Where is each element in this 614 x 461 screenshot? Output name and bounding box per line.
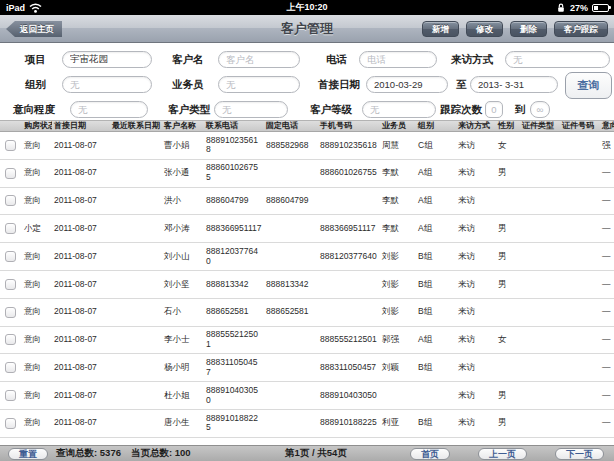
edit-button[interactable]: 修改 — [466, 21, 503, 37]
cell-group: B组 — [416, 418, 456, 428]
table-row[interactable]: 意向 2011-08-07 曹小娟 888910235618 888582968… — [0, 132, 614, 160]
delete-button[interactable]: 删除 — [510, 21, 547, 37]
table-row[interactable]: 小定 2011-08-07 邓小涛 888366951117 888366951… — [0, 215, 614, 243]
cell-phone: 888366951117 — [204, 224, 264, 234]
project-input[interactable] — [62, 51, 152, 68]
row-checkbox[interactable] — [5, 362, 16, 373]
table-row[interactable]: 意向 2011-08-07 杜小姐 888910403050 888910403… — [0, 382, 614, 410]
cell-first-date: 2011-08-07 — [52, 224, 110, 234]
track-count-label: 跟踪次数 — [440, 101, 482, 118]
row-checkbox[interactable] — [5, 195, 16, 206]
visit-type-input[interactable] — [505, 51, 610, 68]
cell-agent: 刘颖 — [380, 363, 416, 373]
cell-phone: 888910188225 — [204, 414, 264, 434]
cell-name: 杨小明 — [162, 363, 204, 373]
table-row[interactable]: 意向 2011-08-07 唐小生 888910188225 888910188… — [0, 410, 614, 438]
add-button[interactable]: 新增 — [422, 21, 459, 37]
cell-first-date: 2011-08-07 — [52, 418, 110, 428]
row-checkbox[interactable] — [5, 334, 16, 345]
cell-status: 意向 — [22, 391, 52, 401]
device-label: iPad — [6, 3, 25, 13]
cell-intent: — — [600, 363, 614, 373]
table-row[interactable]: 意向 2011-08-07 洪小 888604799 888604799 李默 … — [0, 188, 614, 216]
row-checkbox[interactable] — [5, 418, 16, 429]
cell-agent: 周慧 — [380, 141, 416, 151]
prev-page-button[interactable]: 上一页 — [478, 448, 527, 460]
cell-name: 石小 — [162, 307, 204, 317]
cell-name: 刘小山 — [162, 252, 204, 262]
customer-name-label: 客户名 — [172, 51, 204, 68]
phone-input[interactable] — [359, 51, 437, 68]
table-row[interactable]: 意向 2011-08-07 刘小山 888120377640 888120377… — [0, 243, 614, 271]
row-checkbox[interactable] — [5, 168, 16, 179]
cell-intent: — — [600, 307, 614, 317]
cell-visit-type: 来访 — [456, 168, 496, 178]
row-checkbox[interactable] — [5, 307, 16, 318]
cell-phone: 888910235618 — [204, 136, 264, 156]
intent-label: 意向程度 — [13, 101, 55, 118]
cell-first-date: 2011-08-07 — [52, 363, 110, 373]
first-page-button[interactable]: 首页 — [410, 448, 450, 460]
col-name: 客户名称 — [162, 121, 204, 131]
cell-phone: 888813342 — [204, 280, 264, 290]
cell-status: 意向 — [22, 252, 52, 262]
cell-status: 意向 — [22, 196, 52, 206]
cell-agent: 刘影 — [380, 252, 416, 262]
cell-fixed-phone: 888652581 — [264, 307, 318, 317]
cell-phone: 888311050457 — [204, 358, 264, 378]
col-mobile: 手机号码 — [318, 121, 380, 131]
cell-status: 意向 — [22, 168, 52, 178]
cell-phone: 888652581 — [204, 307, 264, 317]
reset-button[interactable]: 重置 — [8, 448, 48, 460]
phone-label: 电话 — [326, 51, 347, 68]
first-date-from-input[interactable] — [366, 76, 448, 93]
row-checkbox[interactable] — [5, 390, 16, 401]
track-customer-button[interactable]: 客户跟踪 — [554, 21, 608, 37]
cell-status: 意向 — [22, 363, 52, 373]
status-bar: iPad 上午10:20 27% — [0, 0, 614, 15]
cell-group: B组 — [416, 280, 456, 290]
group-input[interactable] — [62, 76, 152, 93]
intent-input[interactable] — [70, 101, 148, 118]
page-indicator: 第1页 / 共54页 — [285, 447, 347, 460]
cell-group: A组 — [416, 335, 456, 345]
cell-group: C组 — [416, 141, 456, 151]
search-button[interactable]: 查询 — [565, 72, 612, 99]
row-checkbox[interactable] — [5, 140, 16, 151]
first-date-to-input[interactable] — [470, 76, 558, 93]
row-checkbox[interactable] — [5, 223, 16, 234]
cell-intent: — — [600, 196, 614, 206]
customer-name-input[interactable] — [218, 51, 300, 68]
customer-type-input[interactable] — [214, 101, 288, 118]
cell-agent: 利亚 — [380, 418, 416, 428]
agent-input[interactable] — [218, 76, 300, 93]
customer-level-input[interactable] — [362, 101, 436, 118]
wifi-icon — [29, 3, 42, 13]
query-form: 项目 客户名 电话 来访方式 组别 业务员 首接日期 至 查询 意向程度 客户类… — [0, 43, 614, 120]
cell-status: 意向 — [22, 335, 52, 345]
cell-gender: 男 — [496, 224, 520, 234]
col-last-contact: 最近联系日期 — [110, 121, 162, 131]
table-row[interactable]: 意向 2011-08-07 张小通 888601026755 888601026… — [0, 160, 614, 188]
cell-mobile: 888601026755 — [318, 168, 380, 178]
table-row[interactable]: 意向 2011-08-07 李小光 888514690 888514690 刘影… — [0, 438, 614, 445]
cell-fixed-phone: 888604799 — [264, 196, 318, 206]
table-row[interactable]: 意向 2011-08-07 石小 888652581 888652581 刘影 … — [0, 299, 614, 327]
col-fixed-phone: 固定电话 — [264, 121, 318, 131]
table-row[interactable]: 意向 2011-08-07 杨小明 888311050457 888311050… — [0, 354, 614, 382]
table-row[interactable]: 意向 2011-08-07 刘小坚 888813342 888813342 刘影… — [0, 271, 614, 299]
next-page-button[interactable]: 下一页 — [555, 448, 604, 460]
customer-type-label: 客户类型 — [168, 101, 210, 118]
cell-status: 意向 — [22, 280, 52, 290]
cell-status: 意向 — [22, 418, 52, 428]
cell-visit-type: 来访 — [456, 307, 496, 317]
cell-agent: 李默 — [380, 168, 416, 178]
cell-name: 邓小涛 — [162, 224, 204, 234]
track-count-to-input[interactable] — [530, 101, 550, 118]
col-agent: 业务员 — [380, 121, 416, 131]
cell-agent: 郭强 — [380, 335, 416, 345]
track-count-from-input[interactable] — [485, 101, 503, 118]
row-checkbox[interactable] — [5, 251, 16, 262]
table-row[interactable]: 意向 2011-08-07 李小士 888555212501 888555212… — [0, 327, 614, 355]
row-checkbox[interactable] — [5, 279, 16, 290]
